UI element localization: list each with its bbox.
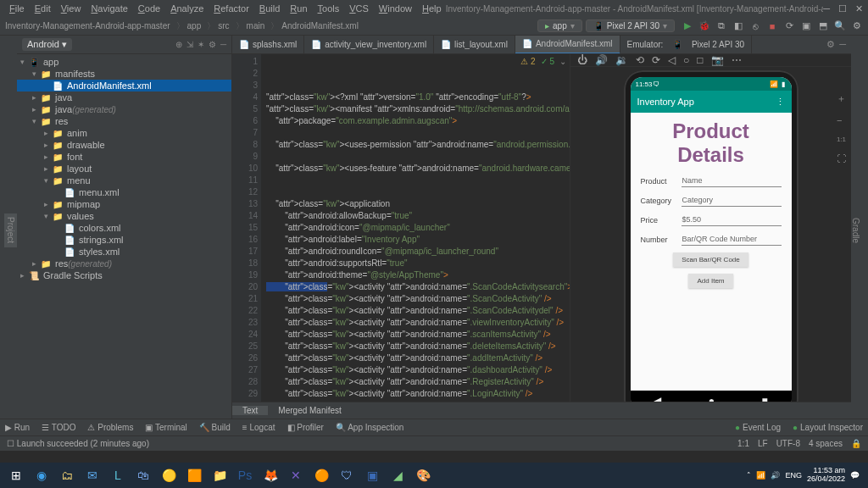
code-editor[interactable]: 1234567891011121314151617181920212223242… xyxy=(232,54,570,402)
menu-build[interactable]: Build xyxy=(255,3,284,14)
sdk-icon[interactable]: ⬒ xyxy=(817,20,829,32)
tree-node[interactable]: ▸📁anim xyxy=(17,127,231,139)
menu-analyze[interactable]: Analyze xyxy=(166,3,208,14)
tray-wifi-icon[interactable]: 📶 xyxy=(756,471,765,480)
chrome-icon[interactable]: 🟡 xyxy=(156,464,181,486)
project-tool-tab[interactable]: Project xyxy=(4,214,17,247)
zoom-fit-icon[interactable]: 1:1 xyxy=(837,136,846,143)
paint-icon[interactable]: 🎨 xyxy=(410,464,436,486)
tree-node[interactable]: ▸📁layout xyxy=(17,163,231,175)
tree-node[interactable]: ▾📁manifests xyxy=(17,68,231,80)
tool-problems[interactable]: ⚠ Problems xyxy=(87,423,133,432)
add-item-button[interactable]: Add Item xyxy=(688,274,732,288)
app-menu-icon[interactable]: ⋮ xyxy=(776,97,785,108)
folder2-icon[interactable]: 📁 xyxy=(207,464,232,486)
crumb[interactable]: Inventory-Management-Android-app-master xyxy=(5,21,170,30)
attach-icon[interactable]: ⎋ xyxy=(749,20,761,32)
tree-node[interactable]: 📄menu.xml xyxy=(17,186,231,198)
zoom-actual-icon[interactable]: ⛶ xyxy=(837,153,846,164)
crumb[interactable]: AndroidManifest.xml xyxy=(281,21,359,30)
start-icon[interactable]: ⊞ xyxy=(3,464,29,486)
tree-node[interactable]: ▾📁menu xyxy=(17,175,231,186)
system-tray[interactable]: ˄ 📶 🔊 ENG 11:53 am 26/04/2022 💬 xyxy=(747,467,865,484)
explorer-icon[interactable]: 🗂 xyxy=(54,464,80,486)
sync-icon[interactable]: ⟳ xyxy=(783,20,795,32)
stop-icon[interactable]: ■ xyxy=(766,20,778,32)
expand-icon[interactable]: ⇲ xyxy=(186,40,193,49)
lock-icon[interactable]: 🔒 xyxy=(851,439,861,448)
voldown-icon[interactable]: 🔉 xyxy=(615,54,628,66)
editor-tab[interactable]: 📄splashs.xml xyxy=(232,36,304,54)
text-field[interactable]: Bar/QR Code Number xyxy=(682,233,782,246)
terminal-icon[interactable]: ▣ xyxy=(359,464,385,486)
search-icon[interactable]: 🔍 xyxy=(834,20,846,32)
home-icon[interactable]: ○ xyxy=(683,54,689,66)
menu-run[interactable]: Run xyxy=(286,3,311,14)
app1-icon[interactable]: L xyxy=(105,464,131,486)
status-item[interactable]: 4 spaces xyxy=(809,439,843,448)
status-item[interactable]: UTF-8 xyxy=(776,439,800,448)
edge-icon[interactable]: ◉ xyxy=(29,464,54,486)
run-icon[interactable]: ▶ xyxy=(682,20,693,32)
tool-app-inspection[interactable]: 🔍 App Inspection xyxy=(336,423,403,432)
tree-node[interactable]: 📄strings.xml xyxy=(17,234,231,246)
tree-node[interactable]: ▸📁drawable xyxy=(17,139,231,151)
tree-node[interactable]: ▾📁values xyxy=(17,210,231,222)
nav-back-icon[interactable]: ◀ xyxy=(654,395,661,402)
overview-icon[interactable]: □ xyxy=(697,54,703,66)
code-content[interactable]: ⚠ 2 ✓ 5 ⌄ "attr">class="kw"><?xml "attr"… xyxy=(261,54,570,402)
tool-run[interactable]: ▶ Run xyxy=(5,423,30,432)
nav-recent-icon[interactable]: ■ xyxy=(762,395,768,402)
menu-refactor[interactable]: Refactor xyxy=(209,3,253,14)
menu-vcs[interactable]: VCS xyxy=(345,3,373,14)
crumb[interactable]: app xyxy=(187,21,202,30)
vs-icon[interactable]: ✕ xyxy=(283,464,309,486)
screenshot-icon[interactable]: 📷 xyxy=(711,54,724,66)
tree-node[interactable]: ▸📁mipmap xyxy=(17,198,231,210)
text-field[interactable]: Category xyxy=(682,194,782,207)
tree-node[interactable]: 📄styles.xml xyxy=(17,246,231,258)
firefox-icon[interactable]: 🦊 xyxy=(258,464,283,486)
editor-tab[interactable]: 📄activity_view_inventory.xml xyxy=(304,36,434,54)
device-selector[interactable]: 📱Pixel 2 API 30 ▾ xyxy=(586,19,675,32)
tray-notif-icon[interactable]: 💬 xyxy=(850,471,860,480)
hide-icon[interactable]: ─ xyxy=(220,40,226,49)
menu-view[interactable]: View xyxy=(57,3,86,14)
editor-tab[interactable]: 📄AndroidManifest.xml xyxy=(515,36,620,54)
text-tab[interactable]: Text xyxy=(232,406,268,415)
android-studio-icon[interactable]: ◢ xyxy=(385,464,410,486)
tab-hide-icon[interactable]: ─ xyxy=(839,39,846,50)
profile-icon[interactable]: ◧ xyxy=(732,20,744,32)
status-item[interactable]: LF xyxy=(758,439,768,448)
crumb[interactable]: main xyxy=(247,21,265,30)
menu-navigate[interactable]: Navigate xyxy=(86,3,131,14)
volup-icon[interactable]: 🔊 xyxy=(595,54,608,66)
tree-node[interactable]: ▸📁res (generated) xyxy=(17,258,231,269)
merged-manifest-tab[interactable]: Merged Manifest xyxy=(268,406,351,415)
run-config-selector[interactable]: ▸app ▾ xyxy=(537,19,582,32)
rotate-left-icon[interactable]: ⟲ xyxy=(636,54,644,66)
xampp-icon[interactable]: 🟧 xyxy=(181,464,207,486)
editor-tab[interactable]: 📄list_layout.xml xyxy=(434,36,515,54)
settings-icon[interactable]: ⚙ xyxy=(851,20,863,32)
tray-volume-icon[interactable]: 🔊 xyxy=(771,471,780,480)
photoshop-icon[interactable]: Ps xyxy=(232,464,258,486)
mail-icon[interactable]: ✉ xyxy=(80,464,105,486)
tray-lang[interactable]: ENG xyxy=(785,471,802,480)
status-item[interactable]: 1:1 xyxy=(737,439,749,448)
tree-node[interactable]: 📄AndroidManifest.xml xyxy=(17,80,231,92)
emulator-tab[interactable]: Emulator: 📱 Pixel 2 API 30 xyxy=(620,36,753,54)
locate-icon[interactable]: ⊕ xyxy=(175,40,182,49)
tab-gear-icon[interactable]: ⚙ xyxy=(826,39,835,50)
crumb[interactable]: src xyxy=(218,21,229,30)
back-icon[interactable]: ◁ xyxy=(668,54,676,66)
maximize-icon[interactable]: ☐ xyxy=(838,3,847,14)
minimize-icon[interactable]: ─ xyxy=(823,3,830,14)
zoom-out-icon[interactable]: − xyxy=(837,115,846,125)
tree-node[interactable]: 📄colors.xml xyxy=(17,222,231,234)
debug-icon[interactable]: 🐞 xyxy=(698,20,710,32)
collapse-icon[interactable]: ✶ xyxy=(198,40,204,49)
project-tree[interactable]: ▾📱app▾📁manifests📄AndroidManifest.xml▸📁ja… xyxy=(17,54,231,419)
menu-edit[interactable]: Edit xyxy=(31,3,55,14)
tool-layout-inspector[interactable]: Layout Inspector xyxy=(793,423,863,432)
